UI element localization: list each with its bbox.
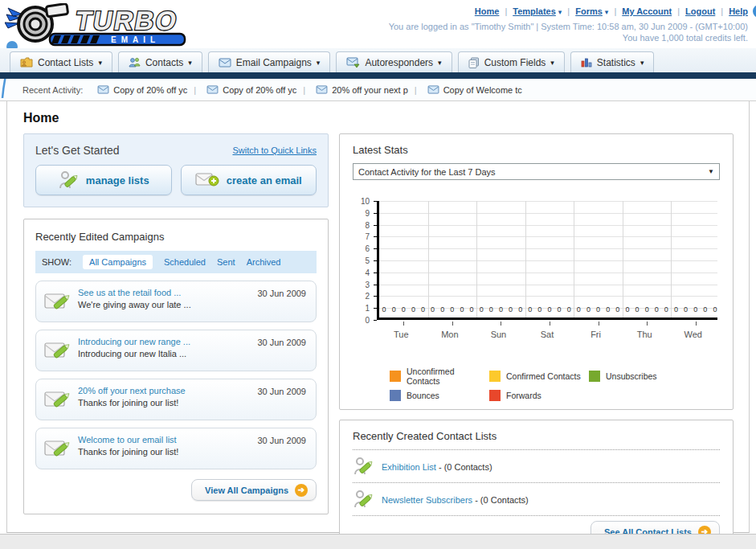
filter-all-campaigns[interactable]: All Campaigns [83,255,153,269]
envelope-pencil-icon [43,387,72,414]
contact-list-item[interactable]: Newsletter Subscribers - (0 Contacts) [353,483,720,516]
campaign-date: 30 Jun 2009 [257,289,306,298]
filter-archived[interactable]: Archived [247,257,281,267]
campaign-subtitle: Thanks for joining our list! [78,398,308,408]
campaign-card[interactable]: See us at the retail food ... We're givi… [35,281,317,322]
top-link-templates[interactable]: Templates▾ [499,6,562,16]
value-label: 0 [615,305,619,313]
top-link-home[interactable]: Home [475,6,500,16]
x-axis-tick [452,322,453,326]
campaign-date: 30 Jun 2009 [257,338,306,347]
campaign-card[interactable]: 20% off your next purchase Thanks for jo… [35,379,317,420]
value-label: 0 [489,305,493,313]
campaign-date: 30 Jun 2009 [257,387,306,396]
login-status-text: You are logged in as "Timothy Smith" | S… [389,22,748,31]
footer-strip [0,534,756,549]
filter-sent[interactable]: Sent [217,257,235,267]
recent-activity-item[interactable]: 20% off your next p [296,85,407,95]
chevron-down-icon: ▾ [317,59,321,67]
y-axis-tick-label: 4 [365,268,370,277]
page-title: Home [23,111,733,125]
view-all-campaigns-button[interactable]: View All Campaigns ➔ [191,479,317,501]
manage-lists-button[interactable]: manage lists [35,165,172,195]
tab-label: Autoresponders [365,57,433,68]
envelope-icon [316,85,328,94]
legend-swatch [489,371,501,382]
value-label: 0 [645,305,649,313]
value-label: 0 [411,305,415,313]
chevron-down-icon: ▾ [640,59,644,67]
brand-logo: TURBO EMAIL [5,3,191,50]
top-link-my-account[interactable]: My Account [608,6,672,16]
y-axis-tick [374,213,377,214]
campaign-subtitle: We're giving away our late ... [78,300,308,309]
campaign-card[interactable]: Introducing our new range ... Introducin… [35,330,317,371]
person-pencil-icon [353,456,374,477]
recent-activity-bar: Recent Activity: Copy of 20% off yc Copy… [0,79,756,101]
contact-list-count: - (0 Contacts) [436,462,492,472]
stats-select-value: Contact Activity for the Last 7 Days [358,167,496,177]
manage-lists-label: manage lists [86,174,149,186]
tab-custom-fields[interactable]: Custom Fields ▾ [458,51,565,72]
legend-swatch [390,390,401,401]
contact-list-link[interactable]: Exhibition List [382,462,436,472]
recent-activity-text: 20% off your next p [332,85,408,95]
y-axis-tick-label: 9 [365,208,370,217]
campaign-card[interactable]: Welcome to our email list Thanks for joi… [35,428,317,469]
stats-activity-select[interactable]: Contact Activity for the Last 7 Days ▼ [353,163,720,180]
value-label: 0 [460,305,464,313]
filter-scheduled[interactable]: Scheduled [164,257,206,267]
y-axis-tick-label: 1 [365,304,370,313]
header: TURBO EMAIL Home Templates▾ Forms▾ My Ac… [0,0,756,48]
value-label: 0 [470,305,474,313]
get-started-title: Let's Get Started [35,144,120,157]
legend-label: Unconfirmed Contacts [407,367,489,386]
tab-autoresponders[interactable]: Autoresponders ▾ [336,51,452,72]
recent-activity-item[interactable]: Copy of 20% off yc [187,85,296,95]
value-label: 0 [528,305,532,313]
value-label: 0 [499,305,503,313]
tab-label: Contact Lists [38,57,93,68]
top-link-forms[interactable]: Forms▾ [562,6,608,16]
y-axis-tick-label: 3 [365,280,370,289]
gridline [379,225,717,226]
credits-text: You have 1,000 total credits left. [389,33,748,43]
legend-swatch [589,371,600,382]
value-label: 0 [509,305,513,313]
recent-activity-item[interactable]: Copy of Welcome tc [408,85,522,95]
gridline [379,285,717,285]
switch-quick-links-link[interactable]: Switch to Quick Links [232,145,317,155]
y-axis-tick [374,285,377,285]
show-label: SHOW: [42,257,72,267]
top-link-help[interactable]: Help [715,6,748,16]
value-label: 0 [537,305,541,313]
tab-contacts[interactable]: Contacts ▾ [118,51,202,72]
tab-statistics[interactable]: Statistics ▾ [570,51,655,72]
gridline [379,272,717,273]
contact-list-link[interactable]: Newsletter Subscribers [382,495,472,505]
top-nav: Home Templates▾ Forms▾ My Account Logout… [475,6,748,16]
contact-lists-title: Recently Created Contact Lists [353,430,720,442]
tab-email-campaigns[interactable]: Email Campaigns ▾ [208,51,331,72]
value-label: 0 [558,305,562,313]
tab-contact-lists[interactable]: Contact Lists ▾ [10,51,112,72]
tab-label: Email Campaigns [236,57,312,68]
create-email-button[interactable]: create an email [181,165,317,195]
campaigns-title: Recently Edited Campaigns [35,231,317,243]
get-started-panel: Let's Get Started Switch to Quick Links [23,133,329,207]
contact-activity-chart: 012345678910 000000000000000000000000000… [353,201,720,355]
value-label: 0 [567,305,571,313]
top-link-logout[interactable]: Logout [672,6,715,16]
person-pencil-icon [353,489,374,510]
turbo-logo-graphic: TURBO EMAIL [5,3,191,47]
contact-list-item[interactable]: Exhibition List - (0 Contacts) [353,450,720,483]
value-label: 0 [392,305,396,313]
recent-activity-text: Copy of 20% off yc [113,85,187,95]
gridline [379,213,717,214]
tab-label: Custom Fields [484,57,546,68]
gridline [525,201,526,318]
recent-activity-item[interactable]: Copy of 20% off yc [97,85,187,95]
y-axis-tick [374,308,377,309]
x-axis-tick [599,322,599,326]
gridline [379,201,717,202]
